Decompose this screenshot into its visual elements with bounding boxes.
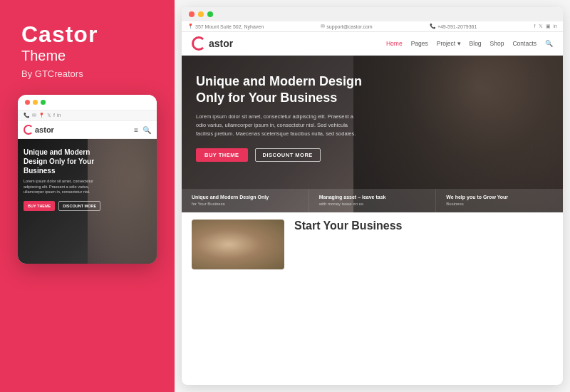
mobile-logo-icon (24, 125, 33, 135)
desktop-nav-links: Home Pages Project ▾ Blog Shop Contacts … (386, 40, 553, 47)
mobile-buy-theme-button[interactable]: BUY THEME (24, 201, 55, 211)
desktop-nav: astor Home Pages Project ▾ Blog Shop Con… (182, 32, 563, 56)
twitter-icon: 𝕏 (47, 113, 51, 118)
desktop-content-row: Start Your Business (182, 212, 563, 277)
mobile-nav-icons: ≡ 🔍 (134, 126, 151, 134)
thumbnail-image (192, 220, 284, 269)
location-icon: 📍 (38, 113, 45, 118)
phone-item: 📞 +49-591-2079361 (430, 24, 477, 29)
linkedin-header-icon: in (554, 24, 557, 29)
brand-subtitle: Theme (21, 48, 66, 64)
map-icon: 📍 (187, 24, 194, 29)
desktop-discount-button[interactable]: DISCOUNT MORE (255, 148, 321, 162)
linkedin-icon: in (57, 113, 61, 118)
envelope-icon: ✉ (321, 24, 325, 29)
mobile-dot-green (41, 100, 46, 105)
desktop-window-bar (182, 7, 563, 21)
mobile-dot-yellow (33, 100, 38, 105)
hero-bottom-text-1: for Your Business (192, 201, 299, 207)
email-item: ✉ support@castor.com (321, 24, 372, 29)
start-business-title: Start Your Business (294, 220, 553, 232)
desktop-buy-theme-button[interactable]: BUY THEME (196, 148, 248, 162)
desktop-hero: Unique and Modern Design Only for Your B… (182, 56, 563, 212)
left-panel: Castor Theme By GTCreators 📞 ✉ 📍 𝕏 f in (0, 0, 175, 392)
social-icons: f 𝕏 ▣ in (534, 24, 557, 29)
mobile-hero: Unique and Modern Design Only for Your B… (18, 139, 157, 264)
brand-by: By GTCreators (21, 68, 83, 79)
phone-icon: 📞 (430, 24, 436, 29)
desktop-logo-text: astor (209, 38, 233, 49)
nav-blog[interactable]: Blog (470, 40, 482, 47)
mobile-logo: astor (24, 125, 54, 135)
hero-bottom-text-2: with money issue on us (319, 201, 426, 207)
brand-title: Castor (21, 21, 98, 48)
hero-bottom-item-3: We help you to Grow Your Business (436, 189, 563, 212)
facebook-header-icon: f (534, 24, 536, 29)
hero-bottom-text-3: Business (446, 201, 553, 207)
hero-bottom-title-1: Unique and Modern Design Only (192, 195, 299, 200)
email-text: support@castor.com (326, 24, 372, 29)
mobile-hero-buttons: BUY THEME DISCOUNT MORE (24, 201, 151, 211)
facebook-icon: f (53, 113, 55, 118)
desktop-hero-title: Unique and Modern Design Only for Your B… (196, 73, 391, 105)
phone-text: +49-591-2079361 (437, 24, 477, 29)
nav-shop[interactable]: Shop (490, 40, 504, 47)
desktop-logo-icon (192, 36, 206, 51)
mobile-logo-text: astor (35, 125, 54, 134)
mobile-discount-button[interactable]: DISCOUNT MORE (58, 201, 100, 211)
desktop-dot-yellow (198, 11, 204, 17)
desktop-dot-green (207, 11, 213, 17)
address-item: 📍 357 Mount Suite 502, Nyhaven (187, 24, 264, 29)
content-thumbnail (192, 220, 284, 269)
desktop-hero-content: Unique and Modern Design Only for Your B… (196, 73, 391, 162)
email-icon: ✉ (32, 113, 36, 118)
twitter-header-icon: 𝕏 (539, 24, 543, 29)
hero-bottom-item-1: Unique and Modern Design Only for Your B… (182, 189, 309, 212)
nav-pages[interactable]: Pages (411, 40, 428, 47)
desktop-search-icon[interactable]: 🔍 (545, 40, 553, 47)
instagram-header-icon: ▣ (546, 24, 551, 29)
desktop-hero-buttons: BUY THEME DISCOUNT MORE (196, 148, 391, 162)
right-panel: 📍 357 Mount Suite 502, Nyhaven ✉ support… (175, 0, 570, 392)
hero-bottom-title-2: Managing asset – leave task (319, 195, 426, 200)
mobile-contact-bar: 📞 ✉ 📍 𝕏 f in (18, 110, 157, 121)
desktop-mockup: 📍 357 Mount Suite 502, Nyhaven ✉ support… (182, 7, 563, 385)
phone-icon: 📞 (24, 113, 30, 118)
mobile-hero-text: Lorem ipsum dolor sit amet, consectetur … (24, 179, 102, 195)
address-text: 357 Mount Suite 502, Nyhaven (195, 24, 264, 29)
mobile-hero-content: Unique and Modern Design Only for Your B… (24, 148, 151, 211)
hero-bottom-item-2: Managing asset – leave task with money i… (309, 189, 437, 212)
desktop-dot-red (189, 11, 195, 17)
nav-contacts[interactable]: Contacts (512, 40, 537, 47)
nav-home[interactable]: Home (386, 40, 403, 47)
mobile-mockup: 📞 ✉ 📍 𝕏 f in astor ≡ 🔍 Unique (18, 95, 157, 264)
mobile-hero-title: Unique and Modern Design Only for Your B… (24, 148, 95, 175)
mobile-dot-red (25, 100, 30, 105)
mobile-window-bar (18, 95, 157, 110)
desktop-hero-bottom-bar: Unique and Modern Design Only for Your B… (182, 189, 563, 212)
mobile-contact-icons: 📞 ✉ 📍 𝕏 f in (24, 113, 61, 118)
desktop-hero-text: Lorem ipsum dolor sit amet, consectetur … (196, 113, 360, 138)
mobile-nav: astor ≡ 🔍 (18, 121, 157, 139)
start-business-section: Start Your Business (294, 220, 553, 232)
mobile-search-icon[interactable]: 🔍 (142, 126, 151, 134)
nav-project[interactable]: Project ▾ (437, 40, 461, 47)
desktop-logo: astor (192, 36, 233, 51)
desktop-address-bar: 📍 357 Mount Suite 502, Nyhaven ✉ support… (182, 21, 563, 32)
hero-bottom-title-3: We help you to Grow Your (446, 195, 553, 200)
hamburger-icon[interactable]: ≡ (134, 126, 138, 134)
